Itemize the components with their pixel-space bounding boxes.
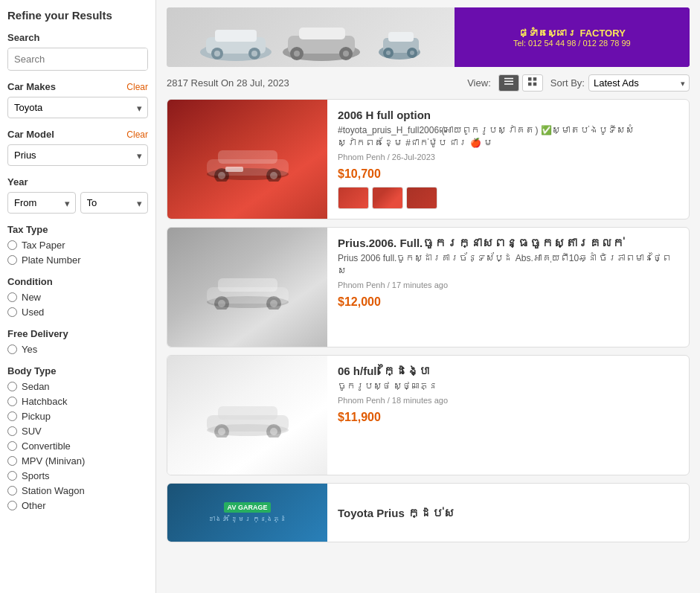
svg-point-6 bbox=[214, 51, 220, 57]
banner-brand-text: ផ្ទាំតស្នោរ FACTORY bbox=[518, 28, 626, 39]
car-makes-label: Car Makes Clear bbox=[7, 81, 148, 92]
body-sports-label[interactable]: Sports bbox=[22, 470, 50, 481]
free-delivery-label: Free Delivery bbox=[7, 328, 148, 339]
car-makes-section: Car Makes Clear Toyota Honda Lexus Nissa… bbox=[7, 81, 148, 118]
body-pickup-item: Pickup bbox=[7, 411, 148, 422]
body-hatchback-radio[interactable] bbox=[7, 397, 17, 406]
car-makes-select[interactable]: Toyota Honda Lexus Nissan Mazda bbox=[7, 97, 148, 118]
body-convertible-item: Convertible bbox=[7, 440, 148, 452]
free-delivery-yes-radio[interactable] bbox=[7, 344, 17, 354]
plate-number-item: Plate Number bbox=[7, 254, 148, 266]
car-img-placeholder-2 bbox=[167, 228, 327, 347]
car-image-1 bbox=[167, 100, 327, 219]
body-sedan-radio[interactable] bbox=[7, 382, 17, 391]
svg-rect-25 bbox=[504, 83, 513, 85]
card-body-2: Prius.2006. Full.ចូករក្នាសពន្ធចូកស្តារគល… bbox=[327, 228, 689, 347]
free-delivery-yes-item: Yes bbox=[7, 344, 148, 355]
sidebar: Refine your Results Search Car Makes Cle… bbox=[0, 0, 156, 593]
body-sports-radio[interactable] bbox=[7, 471, 17, 481]
listing-card-3[interactable]: 06 h/full ក្ដៃងេ្ហ ចូករូបស្ថ ស្ថ្ណភ្ន Ph… bbox=[167, 355, 690, 475]
car-model-clear[interactable]: Clear bbox=[126, 129, 148, 140]
svg-rect-47 bbox=[218, 406, 277, 420]
year-row: From 2000200120022003 2004200520062007 2… bbox=[7, 192, 148, 214]
card-date-2: 17 minutes ago bbox=[392, 281, 448, 289]
body-pickup-label[interactable]: Pickup bbox=[22, 411, 51, 422]
body-other-item: Other bbox=[7, 500, 148, 511]
car-image-3 bbox=[167, 356, 327, 475]
listing-card-2[interactable]: Prius.2006. Full.ចូករក្នាសពន្ធចូកស្តារគល… bbox=[167, 227, 690, 347]
condition-used-radio[interactable] bbox=[7, 307, 17, 317]
card-price-2: $12,000 bbox=[338, 295, 678, 309]
search-button[interactable] bbox=[145, 48, 148, 70]
condition-used-label[interactable]: Used bbox=[22, 307, 44, 318]
banner-right: ផ្ទាំតស្នោរ FACTORY Tel: 012 54 44 98 / … bbox=[455, 7, 690, 67]
sort-select[interactable]: Latest Ads Price: Low to High Price: Hig… bbox=[588, 74, 690, 92]
body-sedan-item: Sedan bbox=[7, 381, 148, 392]
card-body-1: 2006 H full option #toyota_pruis_H_full2… bbox=[327, 100, 689, 219]
car-model-select[interactable]: Prius Camry Corolla Hilux RAV4 bbox=[7, 144, 148, 166]
card-desc-3: ចូករូបស្ថ ស្ថ្ណភ្ន bbox=[338, 380, 678, 393]
card-meta-2: Phnom Penh / 17 minutes ago bbox=[338, 281, 678, 289]
body-suv-label[interactable]: SUV bbox=[22, 426, 42, 437]
tax-paper-label[interactable]: Tax Paper bbox=[22, 240, 65, 251]
av-car-title: Toyota Prius ក្ដប់ស bbox=[338, 507, 678, 519]
search-input[interactable] bbox=[8, 49, 145, 69]
plate-number-label[interactable]: Plate Number bbox=[22, 254, 80, 266]
card-location-2: Phnom Penh bbox=[338, 281, 385, 289]
svg-rect-24 bbox=[504, 81, 513, 83]
view-sort: View: bbox=[467, 74, 690, 92]
car-img-placeholder-3 bbox=[167, 356, 327, 475]
car-model-select-wrap: Prius Camry Corolla Hilux RAV4 bbox=[7, 144, 148, 166]
car-makes-clear[interactable]: Clear bbox=[126, 82, 148, 92]
card-meta-3: Phnom Penh / 18 minutes ago bbox=[338, 396, 678, 405]
year-section: Year From 2000200120022003 2004200520062… bbox=[7, 176, 148, 214]
car-model-label: Car Model Clear bbox=[7, 129, 148, 140]
condition-new-radio[interactable] bbox=[7, 292, 17, 302]
list-view-icon bbox=[504, 77, 513, 86]
tax-paper-radio[interactable] bbox=[7, 240, 17, 250]
banner[interactable]: ផ្ទាំតស្នោរ FACTORY Tel: 012 54 44 98 / … bbox=[167, 7, 690, 67]
used-item: Used bbox=[7, 307, 148, 318]
banner-tel: Tel: 012 54 44 98 / 012 28 78 99 bbox=[513, 39, 631, 48]
svg-rect-4 bbox=[215, 30, 257, 42]
body-suv-radio[interactable] bbox=[7, 426, 17, 436]
body-convertible-label[interactable]: Convertible bbox=[22, 440, 71, 452]
card-body-3: 06 h/full ក្ដៃងេ្ហ ចូករូបស្ថ ស្ថ្ណភ្ន Ph… bbox=[327, 356, 689, 475]
svg-point-44 bbox=[270, 300, 277, 307]
body-convertible-radio[interactable] bbox=[7, 441, 17, 451]
car-makes-select-wrap: Toyota Honda Lexus Nissan Mazda bbox=[7, 97, 148, 118]
year-from-select[interactable]: From 2000200120022003 2004200520062007 2… bbox=[7, 192, 76, 214]
body-station-wagon-radio[interactable] bbox=[7, 486, 17, 496]
body-mpv-radio[interactable] bbox=[7, 456, 17, 466]
sort-select-wrap: Latest Ads Price: Low to High Price: Hig… bbox=[588, 74, 690, 92]
body-station-wagon-label[interactable]: Station Wagon bbox=[22, 485, 85, 496]
year-to-wrap: To 201020152018 2020202120222023 bbox=[80, 192, 149, 214]
grid-view-button[interactable] bbox=[522, 74, 543, 92]
av-garage-image: AV GARAGE ខាងទំ​ ខ្មែរ​ ​ក្នុងភ្នំ​ bbox=[167, 484, 327, 542]
list-view-button[interactable] bbox=[498, 74, 519, 92]
condition-new-label[interactable]: New bbox=[22, 292, 41, 303]
svg-rect-11 bbox=[299, 28, 345, 39]
car-silhouette-icon-2 bbox=[203, 265, 292, 310]
svg-rect-40 bbox=[218, 278, 277, 292]
grid-view-icon bbox=[528, 77, 537, 86]
body-other-label[interactable]: Other bbox=[22, 500, 46, 511]
plate-number-radio[interactable] bbox=[7, 255, 17, 265]
year-to-select[interactable]: To 201020152018 2020202120222023 bbox=[80, 192, 149, 214]
svg-rect-28 bbox=[528, 83, 532, 86]
search-label: Search bbox=[7, 32, 148, 43]
body-mpv-label[interactable]: MPV (Minivan) bbox=[22, 455, 85, 467]
body-station-wagon-item: Station Wagon bbox=[7, 485, 148, 496]
year-label: Year bbox=[7, 176, 148, 187]
free-delivery-yes-label[interactable]: Yes bbox=[22, 344, 37, 355]
av-garage-card[interactable]: AV GARAGE ខាងទំ​ ខ្មែរ​ ​ក្នុងភ្នំ​ Toyo… bbox=[167, 483, 690, 542]
body-suv-item: SUV bbox=[7, 426, 148, 437]
av-garage-body: Toyota Prius ក្ដប់ស bbox=[327, 498, 689, 528]
body-pickup-radio[interactable] bbox=[7, 411, 17, 421]
listing-card[interactable]: 2006 H full option #toyota_pruis_H_full2… bbox=[167, 99, 690, 219]
view-icons bbox=[498, 74, 543, 92]
car-image-2 bbox=[167, 228, 327, 347]
body-sedan-label[interactable]: Sedan bbox=[22, 381, 50, 392]
body-hatchback-label[interactable]: Hatchback bbox=[22, 396, 67, 407]
body-other-radio[interactable] bbox=[7, 501, 17, 510]
